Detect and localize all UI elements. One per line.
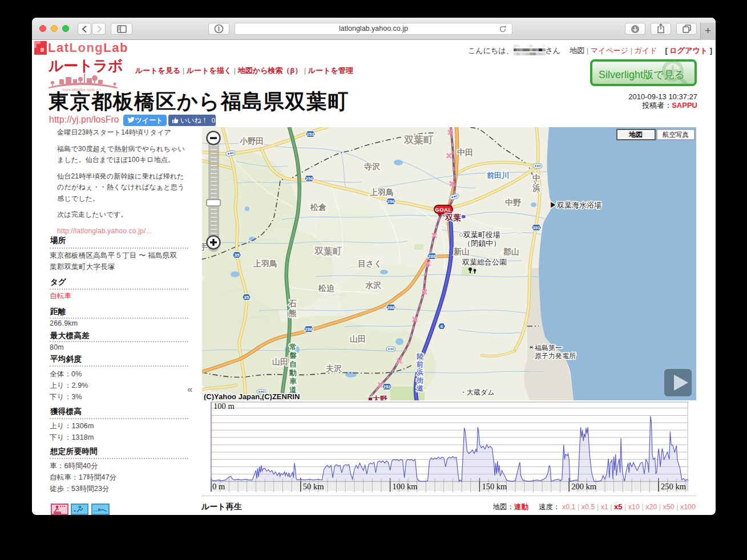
svg-text:150 km: 150 km (482, 482, 507, 491)
svg-text:双葉町: 双葉町 (314, 246, 342, 256)
svg-text:中野: 中野 (505, 198, 521, 207)
svg-text:▶双葉海水浴場: ▶双葉海水浴場 (550, 201, 601, 209)
svg-text:（閉鎖中）: （閉鎖中） (463, 239, 500, 247)
svg-text:○双葉町役場: ○双葉町役場 (459, 230, 500, 239)
svg-text:目さく: 目さく (358, 259, 382, 268)
svg-text:253: 253 (306, 132, 314, 137)
svg-text:新山: 新山 (453, 247, 470, 256)
svg-text:地図: 地図 (628, 131, 643, 139)
svg-text:浜: 浜 (532, 183, 540, 193)
svg-text:双葉町: 双葉町 (403, 135, 433, 145)
svg-text:夫沢: 夫沢 (325, 364, 342, 373)
svg-text:288: 288 (305, 327, 313, 332)
svg-text:200 km: 200 km (571, 482, 597, 491)
svg-text:50 km: 50 km (303, 482, 324, 491)
svg-text:双葉総合公園: 双葉総合公園 (462, 258, 507, 266)
svg-text:288: 288 (428, 254, 436, 259)
svg-text:浜: 浜 (416, 368, 423, 376)
svg-text:256: 256 (305, 176, 313, 181)
svg-text:250 km: 250 km (661, 482, 687, 491)
svg-text:福島第一: 福島第一 (534, 344, 562, 352)
svg-text:石: 石 (288, 299, 297, 308)
svg-text:航空写真: 航空写真 (663, 131, 689, 139)
svg-text:35: 35 (235, 253, 240, 258)
svg-text:磐: 磐 (289, 351, 297, 360)
svg-text:391: 391 (532, 225, 540, 230)
svg-text:水沢: 水沢 (365, 281, 382, 290)
svg-text:松迫: 松迫 (318, 283, 335, 293)
svg-text:山田: 山田 (272, 357, 288, 366)
svg-text:熊: 熊 (289, 309, 297, 318)
svg-text:陸: 陸 (417, 352, 424, 360)
svg-text:前田川: 前田川 (487, 171, 509, 180)
svg-text:・大蔵ダム: ・大蔵ダム (460, 388, 495, 396)
svg-text:252: 252 (383, 384, 391, 389)
svg-text:GOAL: GOAL (435, 206, 451, 213)
svg-text:中田: 中田 (457, 148, 473, 157)
svg-text:道: 道 (416, 384, 424, 392)
svg-text:動: 動 (289, 368, 297, 377)
svg-text:35: 35 (244, 295, 249, 300)
svg-text:自: 自 (289, 360, 297, 368)
svg-text:車: 車 (289, 377, 297, 385)
svg-text:山田: 山田 (350, 334, 366, 343)
svg-text:中: 中 (532, 173, 540, 182)
svg-text:原子力発電所: 原子力発電所 (535, 352, 576, 360)
svg-text:街: 街 (416, 376, 424, 384)
svg-text:寺沢: 寺沢 (364, 162, 381, 171)
svg-text:0 m: 0 m (212, 482, 225, 491)
svg-text:小野田: 小野田 (239, 136, 264, 145)
svg-text:上羽鳥: 上羽鳥 (369, 188, 394, 197)
svg-text:双葉: 双葉 (445, 213, 461, 222)
svg-text:100 m: 100 m (213, 401, 235, 411)
svg-text:288: 288 (387, 305, 395, 310)
svg-text:100 km: 100 km (393, 482, 418, 491)
svg-text:256: 256 (387, 199, 395, 204)
svg-text:(C)Yahoo Japan,(C)ZENRIN: (C)Yahoo Japan,(C)ZENRIN (204, 392, 300, 400)
svg-text:松倉: 松倉 (310, 202, 327, 212)
svg-text:前: 前 (416, 360, 423, 368)
svg-text:上羽鳥: 上羽鳥 (253, 259, 277, 268)
svg-text:常: 常 (289, 343, 297, 351)
svg-text:6: 6 (441, 324, 443, 329)
svg-text:郡山: 郡山 (503, 247, 519, 256)
